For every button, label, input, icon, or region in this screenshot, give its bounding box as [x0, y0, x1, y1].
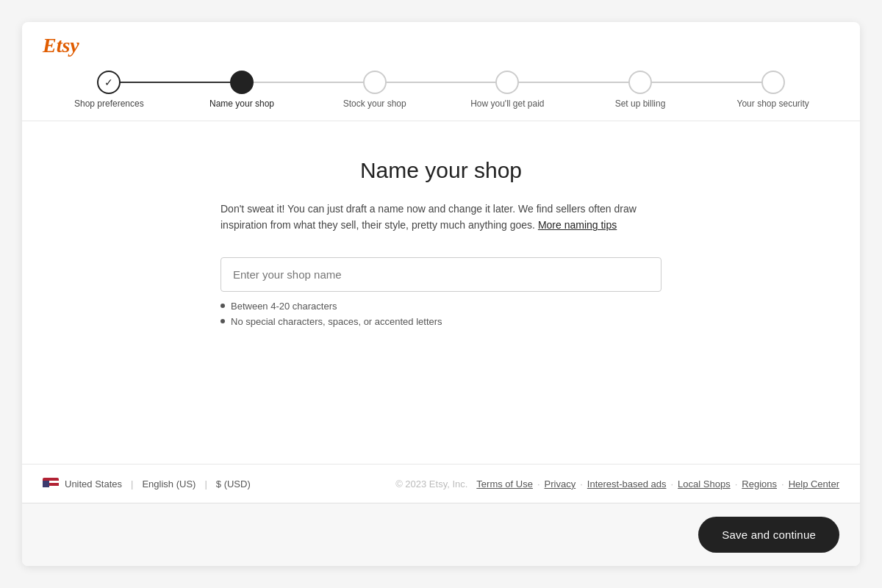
step-label-name-your-shop: Name your shop [209, 98, 274, 109]
rule-text-2: No special characters, spaces, or accent… [231, 316, 442, 327]
etsy-logo[interactable]: Etsy [43, 34, 79, 57]
step-label-shop-security: Your shop security [737, 98, 809, 109]
step-label-how-get-paid: How you'll get paid [470, 98, 544, 109]
rules-list: Between 4-20 characters No special chara… [220, 301, 662, 327]
step-circle-shop-preferences: ✓ [97, 71, 121, 94]
step-circle-name-your-shop [230, 71, 254, 94]
description-text: Don't sweat it! You can just draft a nam… [220, 201, 662, 234]
save-continue-button[interactable]: Save and continue [698, 517, 839, 553]
rule-item-2: No special characters, spaces, or accent… [220, 316, 662, 327]
footer-language: English (US) [142, 478, 196, 490]
footer-locale: United States | English (US) | $ (USD) [43, 478, 251, 490]
footer-link-sep-2: · [580, 478, 583, 490]
step-label-set-up-billing: Set up billing [615, 98, 666, 109]
footer-link-sep-1: · [537, 478, 540, 490]
naming-tips-link[interactable]: More naming tips [538, 219, 617, 231]
footer-copyright: © 2023 Etsy, Inc. [395, 478, 467, 490]
rule-item-1: Between 4-20 characters [220, 301, 662, 312]
rule-text-1: Between 4-20 characters [231, 301, 337, 312]
footer-link-sep-5: · [781, 478, 784, 490]
footer-link-privacy[interactable]: Privacy [545, 478, 576, 490]
step-label-shop-preferences: Shop preferences [74, 98, 144, 109]
step-stock-your-shop: Stock your shop [308, 71, 441, 109]
main-content: Name your shop Don't sweat it! You can j… [22, 121, 860, 464]
footer-link-terms[interactable]: Terms of Use [476, 478, 533, 490]
step-set-up-billing: Set up billing [574, 71, 707, 109]
footer-country: United States [65, 478, 122, 490]
step-name-your-shop: Name your shop [176, 71, 309, 109]
step-circle-how-get-paid [495, 71, 519, 94]
bullet-icon-1 [220, 304, 225, 308]
page-title: Name your shop [220, 158, 662, 183]
footer-link-sep-3: · [670, 478, 673, 490]
bullet-icon-2 [220, 319, 225, 323]
progress-steps: ✓ Shop preferences Name your shop Stock … [43, 71, 839, 121]
footer-divider-1: | [131, 478, 133, 490]
step-label-stock-your-shop: Stock your shop [343, 98, 406, 109]
step-circle-shop-security [761, 71, 785, 94]
footer-link-local[interactable]: Local Shops [678, 478, 731, 490]
step-circle-set-up-billing [628, 71, 652, 94]
step-circle-stock-your-shop [363, 71, 387, 94]
footer-link-sep-4: · [735, 478, 738, 490]
footer-link-regions[interactable]: Regions [742, 478, 777, 490]
footer-link-interest[interactable]: Interest-based ads [587, 478, 667, 490]
header: Etsy ✓ Shop preferences Name your shop S… [22, 22, 860, 121]
checkmark-icon: ✓ [104, 76, 113, 88]
step-shop-security: Your shop security [706, 71, 839, 109]
step-how-get-paid: How you'll get paid [441, 71, 574, 109]
step-shop-preferences: ✓ Shop preferences [43, 71, 176, 109]
bottom-bar: Save and continue [22, 503, 860, 566]
footer-divider-2: | [204, 478, 207, 490]
shop-name-input[interactable] [220, 257, 662, 292]
footer-links: © 2023 Etsy, Inc. Terms of Use · Privacy… [395, 478, 839, 490]
footer-currency: $ (USD) [216, 478, 251, 490]
us-flag-icon [43, 478, 59, 490]
footer-link-help[interactable]: Help Center [789, 478, 839, 490]
footer: United States | English (US) | $ (USD) ©… [22, 464, 860, 503]
